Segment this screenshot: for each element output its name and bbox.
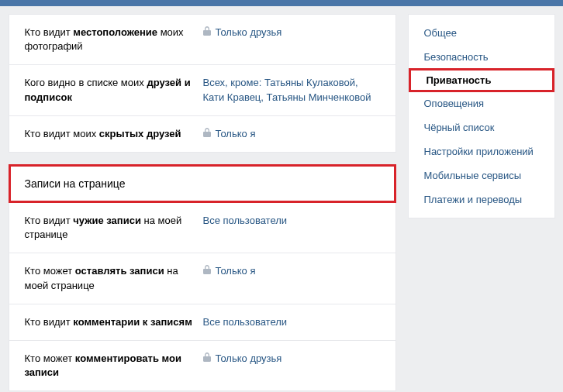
lock-icon bbox=[203, 26, 211, 36]
privacy-row-wall-3[interactable]: Кто может комментировать мои записиТольк… bbox=[9, 340, 395, 390]
main-column: Кто видит местоположение моих фотографий… bbox=[9, 14, 396, 392]
privacy-row-value-text: Все пользователи bbox=[203, 214, 288, 228]
sidebar-column: ОбщееБезопасностьПриватностьОповещенияЧё… bbox=[408, 14, 555, 392]
privacy-row-value[interactable]: Все пользователи bbox=[203, 315, 380, 329]
privacy-row-top-0[interactable]: Кто видит местоположение моих фотографий… bbox=[9, 15, 395, 64]
top-bar bbox=[0, 0, 563, 6]
privacy-row-value[interactable]: Только я bbox=[203, 264, 380, 278]
settings-sidebar: ОбщееБезопасностьПриватностьОповещенияЧё… bbox=[408, 14, 555, 218]
privacy-row-label: Кого видно в списке моих друзей и подпис… bbox=[25, 76, 203, 104]
lock-icon bbox=[203, 352, 211, 362]
sidebar-item-7[interactable]: Платежи и переводы bbox=[409, 187, 554, 211]
privacy-row-value[interactable]: Все пользователи bbox=[203, 214, 380, 228]
sidebar-item-3[interactable]: Оповещения bbox=[409, 91, 554, 115]
sidebar-item-5[interactable]: Настройки приложений bbox=[409, 139, 554, 163]
privacy-row-value-text: Только я bbox=[216, 264, 256, 278]
privacy-row-top-2[interactable]: Кто видит моих скрытых друзейТолько я bbox=[9, 115, 395, 152]
sidebar-item-6[interactable]: Мобильные сервисы bbox=[409, 163, 554, 187]
sidebar-item-0[interactable]: Общее bbox=[409, 21, 554, 45]
privacy-row-wall-0[interactable]: Кто видит чужие записи на моей страницеВ… bbox=[9, 202, 395, 253]
privacy-row-value-text: Всех, кроме: Татьяны Кулаковой, Кати Кра… bbox=[203, 76, 380, 104]
privacy-row-label: Кто видит моих скрытых друзей bbox=[25, 127, 203, 141]
privacy-row-label: Кто может оставлять записи на моей стран… bbox=[25, 264, 203, 292]
privacy-panel-top: Кто видит местоположение моих фотографий… bbox=[9, 14, 396, 153]
privacy-row-label: Кто видит комментарии к записям bbox=[25, 315, 203, 329]
sidebar-item-2[interactable]: Приватность bbox=[409, 68, 554, 92]
privacy-row-value-text: Только друзья bbox=[216, 26, 282, 40]
privacy-row-value-text: Все пользователи bbox=[203, 315, 288, 329]
privacy-row-top-1[interactable]: Кого видно в списке моих друзей и подпис… bbox=[9, 64, 395, 115]
privacy-row-wall-2[interactable]: Кто видит комментарии к записямВсе польз… bbox=[9, 304, 395, 340]
privacy-panel-wall: Записи на страницеКто видит чужие записи… bbox=[9, 164, 396, 391]
lock-icon bbox=[203, 128, 211, 137]
privacy-row-value[interactable]: Только друзья bbox=[203, 26, 380, 40]
section-header-wall: Записи на странице bbox=[9, 165, 395, 202]
sidebar-item-4[interactable]: Чёрный список bbox=[409, 115, 554, 139]
sidebar-item-1[interactable]: Безопасность bbox=[409, 45, 554, 69]
privacy-row-label: Кто может комментировать мои записи bbox=[25, 352, 203, 380]
privacy-row-value[interactable]: Только я bbox=[203, 127, 380, 141]
privacy-row-value[interactable]: Всех, кроме: Татьяны Кулаковой, Кати Кра… bbox=[203, 76, 380, 104]
privacy-row-value-text: Только друзья bbox=[216, 352, 282, 366]
privacy-row-label: Кто видит местоположение моих фотографий bbox=[25, 26, 203, 53]
layout: Кто видит местоположение моих фотографий… bbox=[0, 6, 563, 392]
lock-icon bbox=[203, 265, 211, 274]
privacy-row-value[interactable]: Только друзья bbox=[203, 352, 380, 366]
privacy-row-wall-1[interactable]: Кто может оставлять записи на моей стран… bbox=[9, 253, 395, 303]
privacy-row-value-text: Только я bbox=[216, 127, 256, 141]
privacy-row-label: Кто видит чужие записи на моей странице bbox=[25, 214, 203, 242]
